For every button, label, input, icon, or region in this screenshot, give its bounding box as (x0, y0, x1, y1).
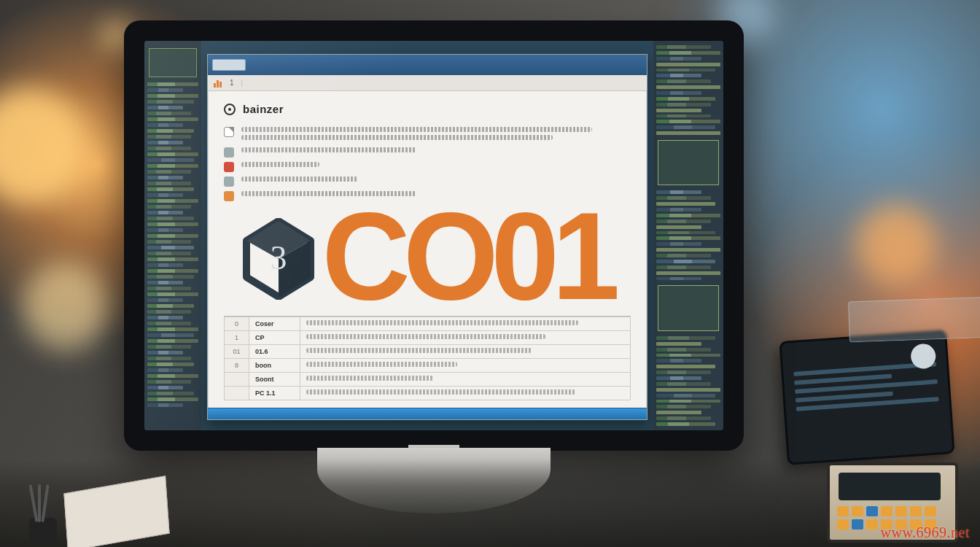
list-item (224, 127, 631, 143)
desk-foreground (0, 459, 980, 547)
table-row: 0Coser (225, 317, 631, 331)
row-key: Coser (249, 317, 300, 331)
pencil-cup (22, 484, 66, 543)
paper-stack (66, 477, 197, 543)
row-index: 1 (225, 331, 249, 345)
list-item (224, 147, 631, 158)
left-code-gutter (144, 41, 201, 430)
titlebar-tab-icon[interactable] (212, 59, 246, 71)
properties-table: 0Coser1CP0101.68boonSoontPC 1.1 (224, 316, 631, 400)
hero-logo: 3 CO01 (208, 183, 647, 329)
table-row: PC 1.1 (225, 387, 631, 400)
window-titlebar[interactable] (208, 55, 647, 75)
row-index (225, 373, 249, 387)
row-index: 0 (225, 317, 249, 331)
table-row: Soont (225, 373, 631, 387)
desktop-screen: 1 | bainzer (144, 41, 723, 430)
svg-marker-0 (246, 221, 311, 297)
hero-logo-text: CO01 (322, 193, 613, 318)
bokeh-orb (22, 263, 109, 350)
row-value (300, 317, 631, 331)
document-window: 1 | bainzer (207, 54, 648, 420)
toolbar-item[interactable]: 1 (230, 79, 234, 87)
row-value (300, 345, 631, 359)
imac-monitor: 1 | bainzer (124, 20, 744, 451)
table-row: 1CP (225, 331, 631, 345)
document-header: bainzer (224, 103, 631, 115)
table-row: 8boon (225, 359, 631, 373)
row-value (300, 359, 631, 373)
secondary-tablet (779, 330, 954, 465)
row-value (300, 373, 631, 387)
document-body: bainzer (208, 91, 647, 408)
row-key: CP (249, 331, 300, 345)
list-item (224, 162, 631, 172)
window-statusbar (208, 408, 647, 419)
list-item (224, 191, 631, 201)
row-index (225, 387, 249, 400)
svg-text:3: 3 (270, 239, 287, 276)
row-value (300, 331, 631, 345)
square-icon (224, 191, 234, 201)
list-item (224, 176, 631, 187)
row-key: 01.6 (249, 345, 300, 359)
record-icon (224, 104, 236, 115)
row-key: PC 1.1 (249, 387, 300, 400)
toolbar-separator: | (241, 79, 244, 87)
row-key: Soont (249, 373, 300, 387)
square-icon (224, 176, 234, 187)
floating-glass-panel (848, 297, 980, 343)
square-icon (224, 162, 234, 172)
row-index: 01 (225, 345, 249, 359)
row-value (300, 387, 631, 400)
svg-marker-1 (246, 221, 311, 259)
right-code-gutter (653, 41, 723, 430)
square-icon (224, 147, 234, 158)
document-title: bainzer (243, 103, 284, 115)
page-icon (224, 127, 234, 137)
svg-marker-2 (279, 241, 311, 297)
chart-icon[interactable] (214, 79, 222, 88)
row-index: 8 (225, 359, 249, 373)
window-toolbar[interactable]: 1 | (208, 75, 647, 91)
bokeh-orb (0, 88, 88, 204)
watermark-text: www.6969.net (881, 524, 970, 541)
bokeh-orb (856, 204, 936, 284)
hex-logo-icon: 3 (242, 218, 315, 300)
table-row: 0101.6 (225, 345, 631, 359)
row-key: boon (249, 359, 300, 373)
